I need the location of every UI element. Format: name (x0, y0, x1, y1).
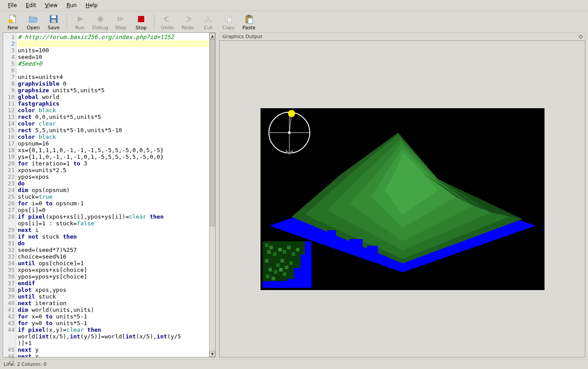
svg-rect-58 (277, 276, 281, 279)
cut-button: Cut (199, 13, 217, 31)
svg-rect-63 (296, 248, 300, 251)
scroll-thumb[interactable] (210, 39, 215, 226)
save-icon (48, 14, 59, 24)
paste-icon (244, 14, 254, 24)
svg-rect-52 (276, 263, 280, 267)
stop-button[interactable]: Stop (132, 13, 150, 31)
svg-line-14 (207, 16, 210, 20)
svg-rect-4 (51, 20, 56, 23)
undock-icon[interactable] (579, 35, 583, 39)
svg-rect-62 (292, 252, 295, 256)
menu-run[interactable]: Run (62, 1, 81, 10)
cut-label: Cut (204, 24, 213, 31)
svg-rect-69 (283, 283, 312, 288)
svg-point-1 (9, 20, 12, 23)
step-label: Step (115, 24, 126, 31)
svg-rect-61 (286, 257, 290, 260)
svg-rect-47 (278, 248, 282, 251)
code-editor[interactable]: 1234567891011121314151617181920212223242… (3, 32, 216, 357)
run-label: Run (75, 24, 84, 31)
new-icon (8, 14, 18, 24)
copy-icon (223, 14, 234, 24)
svg-rect-37 (349, 239, 363, 247)
svg-rect-50 (265, 259, 268, 263)
debug-icon (95, 14, 106, 24)
undo-button: Undo (158, 13, 177, 31)
main-area: 1234567891011121314151617181920212223242… (0, 31, 588, 359)
svg-rect-17 (227, 17, 232, 23)
svg-rect-51 (270, 261, 274, 265)
svg-rect-60 (280, 259, 284, 263)
svg-rect-64 (289, 261, 293, 265)
toolbar-separator (154, 14, 154, 30)
svg-rect-3 (51, 16, 56, 18)
paste-button[interactable]: Paste (240, 13, 258, 31)
graphics-title: Graphics Output (222, 34, 262, 39)
redo-label: Redo (182, 24, 194, 31)
graphics-panel: Graphics Output (219, 32, 585, 357)
open-button[interactable]: Open (24, 13, 43, 31)
svg-point-25 (288, 131, 291, 134)
svg-rect-20 (248, 18, 253, 24)
new-label: New (8, 24, 18, 31)
scroll-down-icon[interactable]: ▼ (209, 351, 215, 357)
redo-icon (182, 14, 193, 24)
scroll-up-icon[interactable]: ▲ (209, 33, 215, 39)
menubar: File Edit View Run Help (0, 0, 588, 11)
menu-help[interactable]: Help (81, 1, 102, 10)
svg-rect-19 (248, 15, 250, 17)
run-button: Run (71, 13, 89, 31)
svg-point-5 (98, 16, 103, 22)
toolbar-separator (67, 14, 67, 30)
svg-rect-57 (272, 277, 275, 280)
menu-edit[interactable]: Edit (21, 1, 40, 10)
menu-view[interactable]: View (40, 1, 62, 10)
svg-rect-65 (285, 266, 288, 269)
terrain-render (260, 108, 545, 290)
line-gutter: 1234567891011121314151617181920212223242… (3, 33, 16, 357)
run-icon (75, 14, 85, 24)
svg-rect-38 (367, 246, 378, 252)
svg-line-15 (206, 16, 209, 20)
copy-button: Copy (219, 13, 238, 31)
paste-label: Paste (242, 24, 256, 31)
svg-rect-42 (265, 243, 268, 247)
redo-button: Redo (178, 13, 197, 31)
stop-label: Stop (135, 24, 146, 31)
save-label: Save (47, 24, 59, 31)
graphics-header: Graphics Output (219, 32, 585, 40)
svg-rect-48 (283, 250, 286, 254)
svg-rect-45 (267, 250, 271, 254)
open-label: Open (27, 24, 39, 31)
graphics-canvas (260, 108, 545, 290)
svg-rect-54 (274, 270, 277, 274)
svg-rect-10 (118, 17, 119, 21)
code-area[interactable]: # http://forum.basic256.org/index.php?id… (16, 33, 209, 357)
step-button: Step (111, 13, 130, 31)
save-button[interactable]: Save (44, 13, 63, 31)
vertical-scrollbar[interactable]: ▲ ▼ (209, 33, 215, 357)
cut-icon (203, 14, 213, 24)
svg-point-26 (288, 110, 295, 117)
debug-button: Debug (91, 13, 110, 31)
stop-icon (136, 14, 146, 24)
svg-rect-49 (287, 246, 291, 249)
svg-rect-53 (268, 268, 272, 271)
toolbar: New Open Save Run Debug Step Stop (0, 11, 588, 31)
undo-icon (162, 14, 173, 24)
svg-rect-44 (275, 245, 278, 248)
copy-label: Copy (222, 24, 235, 31)
svg-rect-39 (327, 230, 336, 237)
step-icon (115, 14, 126, 24)
svg-rect-56 (266, 275, 269, 278)
svg-rect-43 (269, 246, 273, 249)
new-button[interactable]: New (4, 13, 22, 31)
svg-rect-46 (273, 252, 276, 256)
undo-label: Undo (161, 24, 174, 31)
open-icon (28, 14, 39, 24)
svg-rect-59 (283, 272, 286, 276)
svg-rect-55 (279, 268, 283, 271)
menu-file[interactable]: File (4, 1, 21, 10)
scroll-track[interactable] (209, 39, 215, 351)
debug-label: Debug (92, 24, 108, 31)
